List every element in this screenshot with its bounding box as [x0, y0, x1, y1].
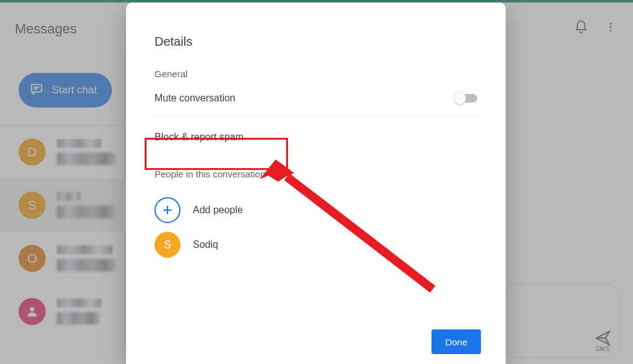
mute-conversation-row[interactable]: Mute conversation [155, 93, 477, 117]
block-report-label: Block & report spam [155, 132, 244, 143]
done-button[interactable]: Done [431, 329, 481, 354]
block-report-spam-row[interactable]: Block & report spam [155, 119, 477, 155]
person-row[interactable]: S Sodiq [155, 227, 477, 262]
add-people-row[interactable]: Add people [155, 193, 477, 227]
section-label-general: General [155, 69, 477, 79]
add-people-label: Add people [193, 205, 243, 216]
mute-label: Mute conversation [155, 93, 236, 104]
dialog-title: Details [155, 35, 477, 49]
person-name: Sodiq [193, 239, 218, 250]
mute-toggle[interactable] [455, 94, 477, 103]
section-label-people: People in this conversation [155, 169, 477, 179]
avatar: S [155, 232, 181, 258]
details-dialog: Details General Mute conversation Block … [126, 2, 506, 364]
add-icon[interactable] [155, 197, 181, 223]
